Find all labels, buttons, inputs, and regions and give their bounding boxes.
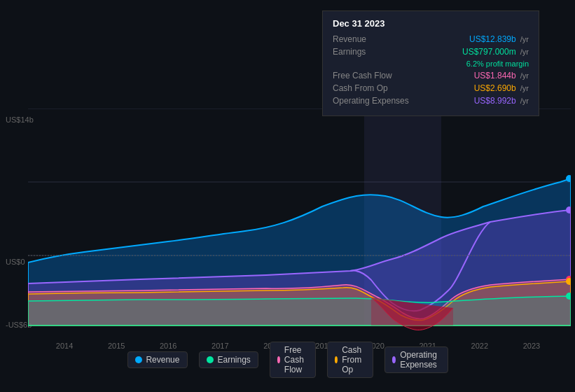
legend-label-earnings: Earnings bbox=[217, 355, 250, 365]
earnings-label: Earnings bbox=[333, 47, 417, 57]
cfo-value: US$2.690b /yr bbox=[474, 83, 529, 93]
chart-svg bbox=[28, 108, 571, 332]
legend-dot-fcf bbox=[277, 356, 280, 363]
legend: Revenue Earnings Free Cash Flow Cash Fro… bbox=[127, 342, 448, 378]
revenue-label: Revenue bbox=[333, 34, 417, 44]
legend-dot-revenue bbox=[134, 356, 141, 363]
data-tooltip: Dec 31 2023 Revenue US$12.839b /yr Earni… bbox=[322, 10, 539, 116]
legend-opex[interactable]: Operating Expenses bbox=[385, 346, 448, 373]
chart-container: Dec 31 2023 Revenue US$12.839b /yr Earni… bbox=[0, 0, 575, 392]
x-label-2014: 2014 bbox=[56, 342, 73, 350]
legend-dot-cfo bbox=[335, 356, 338, 363]
free-cash-flow-row: Free Cash Flow US$1.844b /yr bbox=[333, 71, 529, 80]
legend-label-fcf: Free Cash Flow bbox=[284, 345, 308, 374]
revenue-value: US$12.839b /yr bbox=[469, 34, 529, 44]
tooltip-date: Dec 31 2023 bbox=[333, 18, 529, 29]
x-label-2015: 2015 bbox=[108, 342, 125, 350]
legend-dot-earnings bbox=[206, 356, 213, 363]
earnings-row: Earnings US$797.000m /yr bbox=[333, 47, 529, 57]
fcf-label: Free Cash Flow bbox=[333, 71, 417, 80]
legend-earnings[interactable]: Earnings bbox=[198, 351, 258, 368]
opex-value: US$8.992b /yr bbox=[474, 96, 529, 106]
legend-fcf[interactable]: Free Cash Flow bbox=[270, 342, 316, 378]
x-label-2022: 2022 bbox=[471, 342, 488, 350]
opex-label: Operating Expenses bbox=[333, 96, 417, 106]
legend-label-revenue: Revenue bbox=[146, 355, 179, 365]
x-label-2023: 2023 bbox=[523, 342, 540, 350]
legend-cfo[interactable]: Cash From Op bbox=[327, 342, 373, 378]
fcf-value: US$1.844b /yr bbox=[474, 71, 529, 80]
legend-label-cfo: Cash From Op bbox=[342, 345, 366, 374]
cfo-label: Cash From Op bbox=[333, 83, 417, 93]
legend-label-opex: Operating Expenses bbox=[400, 350, 440, 370]
legend-dot-opex bbox=[392, 356, 396, 363]
legend-revenue[interactable]: Revenue bbox=[127, 351, 187, 368]
profit-margin-value: 6.2% profit margin bbox=[466, 59, 529, 68]
revenue-row: Revenue US$12.839b /yr bbox=[333, 34, 529, 44]
y-label-mid: US$0 bbox=[6, 258, 25, 266]
operating-expenses-row: Operating Expenses US$8.992b /yr bbox=[333, 96, 529, 106]
profit-margin-row: 6.2% profit margin bbox=[333, 59, 529, 68]
cash-from-op-row: Cash From Op US$2.690b /yr bbox=[333, 83, 529, 93]
earnings-value: US$797.000m /yr bbox=[462, 47, 529, 57]
